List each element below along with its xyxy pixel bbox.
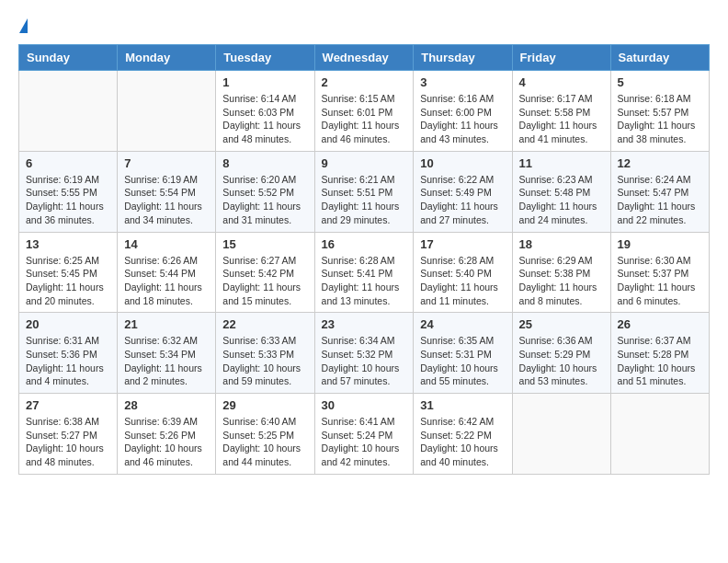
calendar-cell <box>19 71 118 152</box>
day-info: Sunrise: 6:27 AM Sunset: 5:42 PM Dayligh… <box>222 254 307 308</box>
calendar-week-2: 6Sunrise: 6:19 AM Sunset: 5:55 PM Daylig… <box>19 151 710 232</box>
weekday-header-monday: Monday <box>118 45 216 71</box>
day-info: Sunrise: 6:19 AM Sunset: 5:55 PM Dayligh… <box>26 173 110 227</box>
calendar-cell: 7Sunrise: 6:19 AM Sunset: 5:54 PM Daylig… <box>118 151 216 232</box>
calendar-cell: 2Sunrise: 6:15 AM Sunset: 6:01 PM Daylig… <box>314 71 414 152</box>
calendar-cell: 11Sunrise: 6:23 AM Sunset: 5:48 PM Dayli… <box>512 151 610 232</box>
calendar-cell <box>118 71 216 152</box>
calendar-cell: 17Sunrise: 6:28 AM Sunset: 5:40 PM Dayli… <box>414 232 512 313</box>
day-info: Sunrise: 6:21 AM Sunset: 5:51 PM Dayligh… <box>322 173 407 227</box>
calendar-cell: 16Sunrise: 6:28 AM Sunset: 5:41 PM Dayli… <box>314 232 414 313</box>
weekday-header-friday: Friday <box>512 45 610 71</box>
day-number: 14 <box>124 237 209 251</box>
day-number: 27 <box>26 398 110 412</box>
weekday-header-tuesday: Tuesday <box>216 45 314 71</box>
calendar-cell: 25Sunrise: 6:36 AM Sunset: 5:29 PM Dayli… <box>512 313 610 394</box>
day-number: 3 <box>420 75 505 89</box>
logo-triangle-icon <box>19 18 28 33</box>
calendar-cell: 8Sunrise: 6:20 AM Sunset: 5:52 PM Daylig… <box>216 151 314 232</box>
day-number: 1 <box>222 75 307 89</box>
calendar-cell: 30Sunrise: 6:41 AM Sunset: 5:24 PM Dayli… <box>314 394 414 475</box>
day-number: 26 <box>618 317 702 331</box>
day-info: Sunrise: 6:23 AM Sunset: 5:48 PM Dayligh… <box>519 173 604 227</box>
calendar-table: SundayMondayTuesdayWednesdayThursdayFrid… <box>18 44 710 475</box>
calendar-cell: 19Sunrise: 6:30 AM Sunset: 5:37 PM Dayli… <box>610 232 709 313</box>
day-info: Sunrise: 6:16 AM Sunset: 6:00 PM Dayligh… <box>420 92 505 146</box>
day-info: Sunrise: 6:15 AM Sunset: 6:01 PM Dayligh… <box>322 92 407 146</box>
day-number: 30 <box>322 398 407 412</box>
calendar-cell: 23Sunrise: 6:34 AM Sunset: 5:32 PM Dayli… <box>314 313 414 394</box>
calendar-cell: 22Sunrise: 6:33 AM Sunset: 5:33 PM Dayli… <box>216 313 314 394</box>
weekday-header-thursday: Thursday <box>414 45 512 71</box>
calendar-cell: 15Sunrise: 6:27 AM Sunset: 5:42 PM Dayli… <box>216 232 314 313</box>
calendar-cell: 31Sunrise: 6:42 AM Sunset: 5:22 PM Dayli… <box>414 394 512 475</box>
day-info: Sunrise: 6:24 AM Sunset: 5:47 PM Dayligh… <box>618 173 702 227</box>
day-info: Sunrise: 6:36 AM Sunset: 5:29 PM Dayligh… <box>519 334 604 388</box>
day-number: 15 <box>222 237 307 251</box>
day-number: 21 <box>124 317 209 331</box>
calendar-week-4: 20Sunrise: 6:31 AM Sunset: 5:36 PM Dayli… <box>19 313 710 394</box>
calendar-cell: 21Sunrise: 6:32 AM Sunset: 5:34 PM Dayli… <box>118 313 216 394</box>
day-number: 9 <box>322 156 407 170</box>
day-info: Sunrise: 6:14 AM Sunset: 6:03 PM Dayligh… <box>222 92 307 146</box>
day-info: Sunrise: 6:22 AM Sunset: 5:49 PM Dayligh… <box>420 173 505 227</box>
day-info: Sunrise: 6:29 AM Sunset: 5:38 PM Dayligh… <box>519 254 604 308</box>
day-number: 4 <box>519 75 604 89</box>
calendar-cell: 6Sunrise: 6:19 AM Sunset: 5:55 PM Daylig… <box>19 151 118 232</box>
day-number: 8 <box>222 156 307 170</box>
calendar-cell: 5Sunrise: 6:18 AM Sunset: 5:57 PM Daylig… <box>610 71 709 152</box>
day-number: 7 <box>124 156 209 170</box>
day-info: Sunrise: 6:42 AM Sunset: 5:22 PM Dayligh… <box>420 415 505 469</box>
day-number: 23 <box>322 317 407 331</box>
day-info: Sunrise: 6:34 AM Sunset: 5:32 PM Dayligh… <box>322 334 407 388</box>
day-info: Sunrise: 6:20 AM Sunset: 5:52 PM Dayligh… <box>222 173 307 227</box>
weekday-header-saturday: Saturday <box>610 45 709 71</box>
day-info: Sunrise: 6:40 AM Sunset: 5:25 PM Dayligh… <box>222 415 307 469</box>
day-info: Sunrise: 6:26 AM Sunset: 5:44 PM Dayligh… <box>124 254 209 308</box>
calendar-cell: 29Sunrise: 6:40 AM Sunset: 5:25 PM Dayli… <box>216 394 314 475</box>
day-info: Sunrise: 6:35 AM Sunset: 5:31 PM Dayligh… <box>420 334 505 388</box>
calendar-cell: 1Sunrise: 6:14 AM Sunset: 6:03 PM Daylig… <box>216 71 314 152</box>
calendar-cell: 24Sunrise: 6:35 AM Sunset: 5:31 PM Dayli… <box>414 313 512 394</box>
day-number: 12 <box>618 156 702 170</box>
weekday-header-sunday: Sunday <box>19 45 118 71</box>
day-number: 10 <box>420 156 505 170</box>
day-number: 5 <box>618 75 702 89</box>
calendar-cell: 18Sunrise: 6:29 AM Sunset: 5:38 PM Dayli… <box>512 232 610 313</box>
day-info: Sunrise: 6:39 AM Sunset: 5:26 PM Dayligh… <box>124 415 209 469</box>
day-info: Sunrise: 6:17 AM Sunset: 5:58 PM Dayligh… <box>519 92 604 146</box>
calendar-cell: 9Sunrise: 6:21 AM Sunset: 5:51 PM Daylig… <box>314 151 414 232</box>
calendar-cell: 4Sunrise: 6:17 AM Sunset: 5:58 PM Daylig… <box>512 71 610 152</box>
day-number: 19 <box>618 237 702 251</box>
calendar-cell: 12Sunrise: 6:24 AM Sunset: 5:47 PM Dayli… <box>610 151 709 232</box>
day-info: Sunrise: 6:33 AM Sunset: 5:33 PM Dayligh… <box>222 334 307 388</box>
day-number: 11 <box>519 156 604 170</box>
day-number: 24 <box>420 317 505 331</box>
calendar-week-1: 1Sunrise: 6:14 AM Sunset: 6:03 PM Daylig… <box>19 71 710 152</box>
calendar-cell: 13Sunrise: 6:25 AM Sunset: 5:45 PM Dayli… <box>19 232 118 313</box>
day-number: 20 <box>26 317 110 331</box>
day-number: 13 <box>26 237 110 251</box>
calendar-week-5: 27Sunrise: 6:38 AM Sunset: 5:27 PM Dayli… <box>19 394 710 475</box>
calendar-cell: 10Sunrise: 6:22 AM Sunset: 5:49 PM Dayli… <box>414 151 512 232</box>
day-info: Sunrise: 6:38 AM Sunset: 5:27 PM Dayligh… <box>26 415 110 469</box>
day-info: Sunrise: 6:28 AM Sunset: 5:40 PM Dayligh… <box>420 254 505 308</box>
day-info: Sunrise: 6:18 AM Sunset: 5:57 PM Dayligh… <box>618 92 702 146</box>
day-info: Sunrise: 6:32 AM Sunset: 5:34 PM Dayligh… <box>124 334 209 388</box>
weekday-header-wednesday: Wednesday <box>314 45 414 71</box>
day-info: Sunrise: 6:19 AM Sunset: 5:54 PM Dayligh… <box>124 173 209 227</box>
calendar-week-3: 13Sunrise: 6:25 AM Sunset: 5:45 PM Dayli… <box>19 232 710 313</box>
page-header <box>18 18 710 35</box>
day-number: 25 <box>519 317 604 331</box>
day-info: Sunrise: 6:30 AM Sunset: 5:37 PM Dayligh… <box>618 254 702 308</box>
day-info: Sunrise: 6:25 AM Sunset: 5:45 PM Dayligh… <box>26 254 110 308</box>
calendar-cell: 26Sunrise: 6:37 AM Sunset: 5:28 PM Dayli… <box>610 313 709 394</box>
day-number: 28 <box>124 398 209 412</box>
calendar-cell: 20Sunrise: 6:31 AM Sunset: 5:36 PM Dayli… <box>19 313 118 394</box>
day-info: Sunrise: 6:31 AM Sunset: 5:36 PM Dayligh… <box>26 334 110 388</box>
day-info: Sunrise: 6:28 AM Sunset: 5:41 PM Dayligh… <box>322 254 407 308</box>
day-number: 17 <box>420 237 505 251</box>
weekday-header-row: SundayMondayTuesdayWednesdayThursdayFrid… <box>19 45 710 71</box>
day-number: 18 <box>519 237 604 251</box>
logo <box>18 18 28 35</box>
